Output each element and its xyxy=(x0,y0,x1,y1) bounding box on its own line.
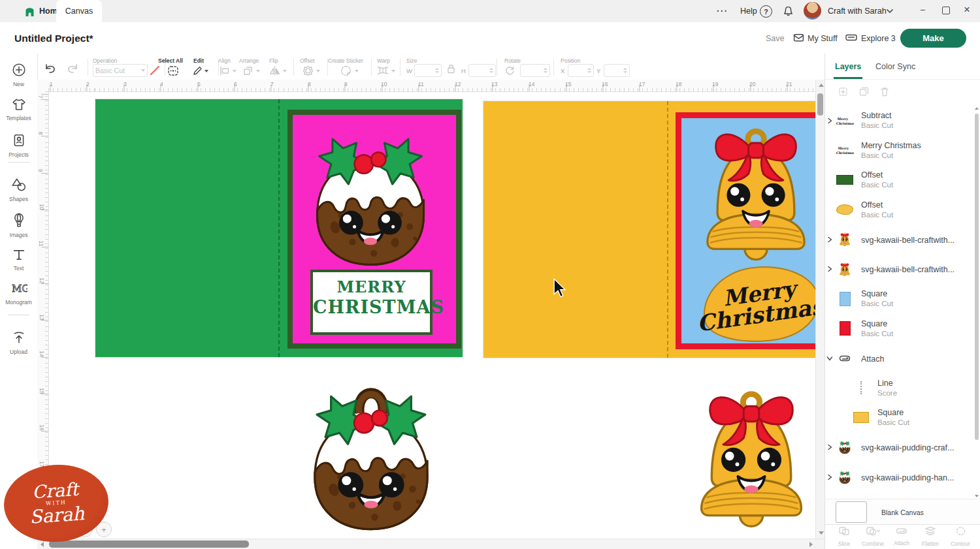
more-menu-button[interactable]: ⋯ xyxy=(716,4,728,18)
flatten-button[interactable]: Flatten xyxy=(916,526,945,547)
attach-button[interactable]: Attach xyxy=(887,526,916,546)
sidebar-item-text[interactable]: Text xyxy=(0,248,37,272)
sidebar-item-projects[interactable]: Projects xyxy=(0,133,37,158)
bell-ornament-cutout[interactable] xyxy=(686,381,817,534)
size-lock-icon[interactable] xyxy=(447,63,455,74)
avatar[interactable] xyxy=(804,2,821,20)
layer-row-square-blue[interactable]: SquareBasic Cut xyxy=(825,284,976,314)
blank-canvas-label: Blank Canvas xyxy=(881,509,924,516)
operation-color-swatch[interactable] xyxy=(149,64,161,77)
layer-row-square-yellow[interactable]: SquareBasic Cut xyxy=(825,403,976,433)
layer-row-pudding-1[interactable]: svg-kawaii-pudding-craf... xyxy=(825,433,976,463)
delete-layer-icon[interactable] xyxy=(879,86,890,97)
tab-layers[interactable]: Layers xyxy=(835,62,861,71)
svg-text:MG: MG xyxy=(12,283,27,294)
v-scroll-thumb[interactable] xyxy=(817,93,823,116)
expand-chevron-icon[interactable] xyxy=(827,118,832,124)
machine-select-button[interactable]: Explore 3 xyxy=(861,34,896,43)
combine-button[interactable]: Combine xyxy=(858,526,887,547)
duplicate-layer-icon[interactable] xyxy=(858,86,870,97)
home-tab[interactable]: Home xyxy=(18,0,62,22)
sidebar-item-templates[interactable]: Templates xyxy=(0,98,37,121)
help-icon[interactable]: ? xyxy=(760,5,772,18)
mouse-cursor xyxy=(553,278,567,298)
sidebar-item-upload[interactable]: Upload xyxy=(0,330,37,355)
layer-row-merry-christmas[interactable]: MerryChristmas Merry ChristmasBasic Cut xyxy=(825,136,976,166)
projects-icon xyxy=(12,133,25,148)
create-sticker-icon[interactable] xyxy=(340,65,351,76)
position-x-label: X xyxy=(561,67,564,74)
collapse-chevron-icon[interactable] xyxy=(826,356,833,361)
group-layers-icon[interactable] xyxy=(838,86,849,97)
expand-chevron-icon[interactable] xyxy=(827,236,832,243)
position-y-input[interactable] xyxy=(604,64,630,77)
contour-button[interactable]: Contour xyxy=(946,526,975,547)
pudding-card[interactable]: MERRY CHRISTMAS xyxy=(95,99,463,357)
offset-icon[interactable] xyxy=(302,65,314,76)
layer-row-line-score[interactable]: LineScore xyxy=(825,373,976,403)
size-h-input[interactable] xyxy=(468,64,496,77)
canvas-vertical-scrollbar[interactable] xyxy=(815,80,825,539)
monogram-icon: MG xyxy=(10,281,27,295)
account-name[interactable]: Craft with Sarah xyxy=(828,7,887,16)
expand-chevron-icon[interactable] xyxy=(827,474,832,480)
sidebar-item-new[interactable]: New xyxy=(0,63,37,87)
save-button[interactable]: Save xyxy=(766,34,785,43)
position-y-label: Y xyxy=(596,67,600,74)
layer-row-offset-green[interactable]: OffsetBasic Cut xyxy=(825,165,976,195)
bell-character[interactable] xyxy=(694,118,815,268)
layer-row-bell-1[interactable]: svg-kawaii-bell-craftwith... xyxy=(825,225,976,255)
layers-scroll-thumb[interactable] xyxy=(975,114,979,440)
layer-row-offset-yellow[interactable]: OffsetBasic Cut xyxy=(825,195,976,225)
slice-button[interactable]: Slice xyxy=(830,526,858,547)
align-label: Align xyxy=(218,57,231,64)
operation-select[interactable]: Basic Cut xyxy=(93,64,148,77)
arrange-icon[interactable] xyxy=(243,66,253,76)
rotate-input[interactable] xyxy=(520,64,550,77)
pudding-card-panel[interactable]: MERRY CHRISTMAS xyxy=(287,110,461,349)
select-all-icon[interactable] xyxy=(167,65,179,76)
undo-icon[interactable] xyxy=(44,63,57,74)
account-chevron-down-icon[interactable] xyxy=(886,8,894,14)
notifications-bell-icon[interactable] xyxy=(783,5,794,17)
bell-card-panel[interactable]: Merry Christmas xyxy=(676,112,815,349)
align-icon[interactable] xyxy=(220,66,230,76)
layer-row-pudding-2[interactable]: svg-kawaii-pudding-han... xyxy=(825,462,976,492)
layer-row-attach-group[interactable]: Attach xyxy=(825,343,976,373)
flip-icon[interactable] xyxy=(269,66,280,76)
tab-color-sync[interactable]: Color Sync xyxy=(875,62,915,71)
position-x-input[interactable] xyxy=(568,64,594,77)
canvas-horizontal-scrollbar[interactable] xyxy=(37,539,825,549)
layers-scrollbar[interactable] xyxy=(974,106,979,499)
contour-icon xyxy=(955,526,966,536)
redo-icon[interactable] xyxy=(65,63,78,74)
canvas-tab[interactable]: Canvas xyxy=(56,0,102,22)
bell-card[interactable]: Merry Christmas xyxy=(483,101,815,358)
edit-pencil-icon[interactable] xyxy=(192,65,203,76)
sidebar-item-shapes[interactable]: Shapes xyxy=(0,178,37,202)
sidebar-item-images[interactable]: Images xyxy=(0,213,37,238)
warp-icon[interactable] xyxy=(377,66,389,75)
minimize-button[interactable]: − xyxy=(920,5,925,15)
help-label[interactable]: Help xyxy=(740,7,757,16)
pudding-ornament-cutout[interactable] xyxy=(297,382,445,537)
my-stuff-button[interactable]: My Stuff xyxy=(808,34,838,43)
blank-canvas-row[interactable]: Blank Canvas xyxy=(825,499,980,525)
merry-christmas-box[interactable]: MERRY CHRISTMAS xyxy=(310,270,433,335)
rotate-icon[interactable] xyxy=(504,65,515,76)
pudding-character[interactable] xyxy=(301,125,440,272)
bell-card-fold-line xyxy=(667,101,668,358)
expand-chevron-icon[interactable] xyxy=(827,444,832,450)
maximize-button[interactable] xyxy=(942,7,950,14)
layer-row-square-magenta[interactable]: Square xyxy=(825,490,976,499)
sidebar-item-monogram[interactable]: MG Monogram xyxy=(0,281,37,306)
layer-row-square-red[interactable]: SquareBasic Cut xyxy=(825,314,976,344)
make-button[interactable]: Make xyxy=(900,29,966,48)
layer-row-subtract[interactable]: MerryChristmas SubtractBasic Cut xyxy=(825,106,976,136)
expand-chevron-icon[interactable] xyxy=(827,266,832,272)
layer-row-bell-2[interactable]: svg-kawaii-bell-craftwith... xyxy=(825,255,976,285)
h-scroll-thumb[interactable] xyxy=(49,541,249,548)
size-w-input[interactable] xyxy=(414,64,442,77)
close-button[interactable]: × xyxy=(964,3,970,16)
edit-caret[interactable] xyxy=(204,70,208,72)
